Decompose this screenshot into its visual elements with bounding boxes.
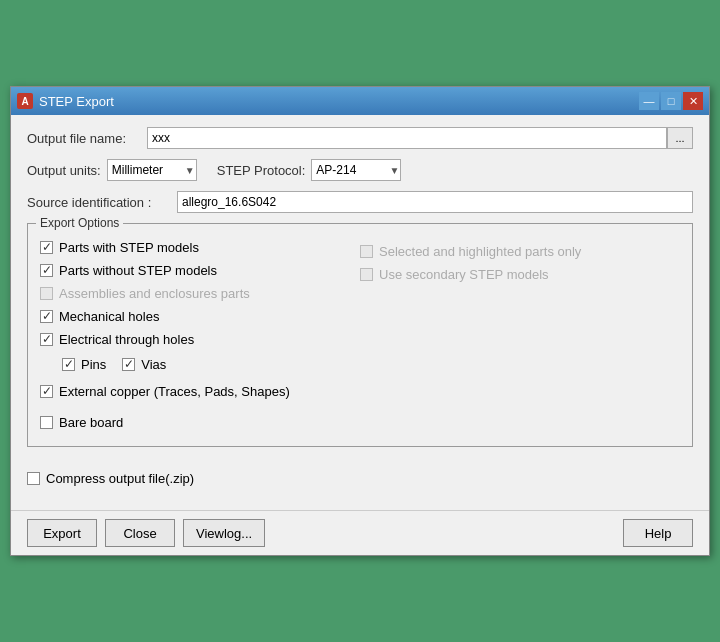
output-units-label: Output units: <box>27 163 101 178</box>
compress-row: Compress output file(.zip) <box>27 471 693 486</box>
output-units-group: Output units: Millimeter Inch ▼ <box>27 159 197 181</box>
option-selected-parts: Selected and highlighted parts only <box>360 240 680 263</box>
option-mechanical-holes: Mechanical holes <box>40 305 360 328</box>
parts-with-step-label: Parts with STEP models <box>59 240 199 255</box>
viewlog-button[interactable]: Viewlog... <box>183 519 265 547</box>
protocol-select[interactable]: AP-214 AP-203 <box>311 159 401 181</box>
pins-checkbox[interactable] <box>62 358 75 371</box>
selected-parts-label: Selected and highlighted parts only <box>379 244 581 259</box>
option-bare-board: Bare board <box>40 411 360 434</box>
mechanical-holes-checkbox[interactable] <box>40 310 53 323</box>
output-file-input[interactable] <box>147 127 667 149</box>
parts-with-step-checkbox[interactable] <box>40 241 53 254</box>
window-title: STEP Export <box>39 94 114 109</box>
action-bar: Export Close Viewlog... Help <box>11 510 709 555</box>
bottom-section: Compress output file(.zip) <box>11 471 709 510</box>
option-parts-without-step: Parts without STEP models <box>40 259 360 282</box>
bare-board-label: Bare board <box>59 415 123 430</box>
secondary-step-label: Use secondary STEP models <box>379 267 549 282</box>
export-options-group: Export Options Parts with STEP models Pa… <box>27 223 693 447</box>
vias-label: Vias <box>141 357 166 372</box>
units-protocol-row: Output units: Millimeter Inch ▼ STEP Pro… <box>27 159 693 181</box>
title-bar-left: A STEP Export <box>17 93 114 109</box>
option-external-copper: External copper (Traces, Pads, Shapes) <box>40 380 360 403</box>
parts-without-step-label: Parts without STEP models <box>59 263 217 278</box>
title-bar: A STEP Export — □ ✕ <box>11 87 709 115</box>
units-select-wrapper: Millimeter Inch ▼ <box>107 159 197 181</box>
minimize-button[interactable]: — <box>639 92 659 110</box>
compress-label: Compress output file(.zip) <box>46 471 194 486</box>
pins-label: Pins <box>81 357 106 372</box>
browse-button[interactable]: ... <box>667 127 693 149</box>
title-bar-controls: — □ ✕ <box>639 92 703 110</box>
assemblies-checkbox <box>40 287 53 300</box>
selected-parts-checkbox <box>360 245 373 258</box>
export-button[interactable]: Export <box>27 519 97 547</box>
option-parts-with-step: Parts with STEP models <box>40 236 360 259</box>
options-left-col: Parts with STEP models Parts without STE… <box>40 236 360 434</box>
option-pins: Pins <box>62 353 106 376</box>
protocol-group: STEP Protocol: AP-214 AP-203 ▼ <box>217 159 402 181</box>
content-area: Output file name: ... Output units: Mill… <box>11 115 709 471</box>
protocol-label: STEP Protocol: <box>217 163 306 178</box>
export-options-legend: Export Options <box>36 216 123 230</box>
option-vias: Vias <box>122 353 166 376</box>
assemblies-label: Assemblies and enclosures parts <box>59 286 250 301</box>
compress-checkbox[interactable] <box>27 472 40 485</box>
parts-without-step-checkbox[interactable] <box>40 264 53 277</box>
options-right-col: Selected and highlighted parts only Use … <box>360 236 680 434</box>
source-id-row: Source identification : <box>27 191 693 213</box>
secondary-step-checkbox <box>360 268 373 281</box>
sub-options: Pins Vias <box>40 351 360 380</box>
close-dialog-button[interactable]: Close <box>105 519 175 547</box>
external-copper-checkbox[interactable] <box>40 385 53 398</box>
vias-checkbox[interactable] <box>122 358 135 371</box>
output-file-label: Output file name: <box>27 131 147 146</box>
mechanical-holes-label: Mechanical holes <box>59 309 159 324</box>
options-grid: Parts with STEP models Parts without STE… <box>40 236 680 434</box>
help-button[interactable]: Help <box>623 519 693 547</box>
svg-text:A: A <box>21 96 28 107</box>
close-button[interactable]: ✕ <box>683 92 703 110</box>
app-icon: A <box>17 93 33 109</box>
external-copper-label: External copper (Traces, Pads, Shapes) <box>59 384 290 399</box>
electrical-holes-label: Electrical through holes <box>59 332 194 347</box>
source-id-input[interactable] <box>177 191 693 213</box>
restore-button[interactable]: □ <box>661 92 681 110</box>
main-window: A STEP Export — □ ✕ Output file name: ..… <box>10 86 710 556</box>
option-secondary-step: Use secondary STEP models <box>360 263 680 286</box>
bare-board-checkbox[interactable] <box>40 416 53 429</box>
option-assemblies: Assemblies and enclosures parts <box>40 282 360 305</box>
units-select[interactable]: Millimeter Inch <box>107 159 197 181</box>
source-id-label: Source identification : <box>27 195 177 210</box>
electrical-holes-checkbox[interactable] <box>40 333 53 346</box>
output-file-row: Output file name: ... <box>27 127 693 149</box>
protocol-select-wrapper: AP-214 AP-203 ▼ <box>311 159 401 181</box>
option-electrical-holes: Electrical through holes <box>40 328 360 351</box>
